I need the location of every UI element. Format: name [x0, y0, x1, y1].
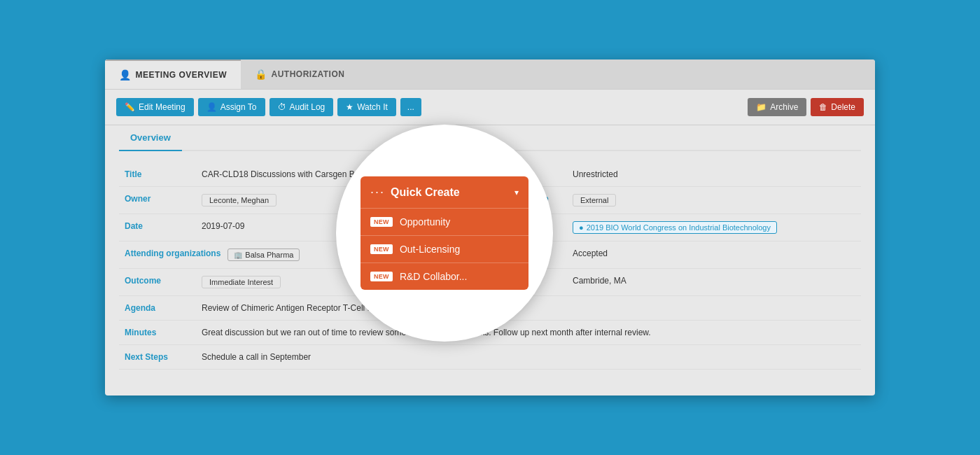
outcome-tag: Immediate Interest: [202, 276, 281, 288]
chevron-down-icon: ▾: [514, 188, 519, 197]
quick-create-popup: ··· Quick Create ▾ NEW Opportunity NEW O…: [360, 176, 528, 290]
audit-log-button[interactable]: ⏱ Audit Log: [270, 98, 334, 116]
trash-icon: 🗑: [819, 102, 827, 112]
conference-tag: ● 2019 BIO World Congress on Industrial …: [573, 221, 777, 234]
assign-to-button[interactable]: 👤 Assign To: [198, 98, 265, 116]
location-value: Cambride, MA: [573, 276, 626, 286]
title-label: Title: [125, 169, 195, 179]
tab-authorization[interactable]: 🔒 AUTHORIZATION: [241, 59, 358, 89]
title-value: CAR-CLD18 Discussions with Carsgen B...: [202, 169, 362, 179]
more-button[interactable]: ...: [400, 98, 421, 116]
attending-orgs-tag: 🏢 Balsa Pharma: [227, 248, 300, 261]
attending-orgs-label: Attending organizations: [125, 248, 220, 258]
new-badge-out-licensing: NEW: [370, 244, 393, 254]
star-icon: ★: [346, 102, 354, 112]
quick-create-item-opportunity[interactable]: NEW Opportunity: [360, 208, 528, 235]
tab-meeting-overview[interactable]: 👤 MEETING OVERVIEW: [105, 59, 241, 89]
archive-button[interactable]: 📁 Archive: [748, 98, 806, 116]
tab-overview[interactable]: Overview: [119, 125, 182, 151]
new-badge-opportunity: NEW: [370, 217, 393, 227]
agenda-label: Agenda: [125, 303, 195, 313]
meeting-type-tag: External: [573, 194, 616, 206]
next-steps-cell: Next Steps Schedule a call in September: [119, 345, 861, 369]
watch-it-button[interactable]: ★ Watch It: [337, 98, 396, 116]
clock-icon: ⏱: [278, 102, 286, 112]
status-value: Accepted: [573, 248, 608, 258]
outcome-label: Outcome: [125, 276, 195, 286]
user-icon: 👤: [206, 102, 217, 112]
toolbar-right: 📁 Archive 🗑 Delete: [748, 98, 864, 116]
dots-icon: ···: [370, 185, 385, 200]
meeting-icon: 👤: [119, 69, 132, 80]
date-label: Date: [125, 221, 195, 231]
toolbar: ✏️ Edit Meeting 👤 Assign To ⏱ Audit Log …: [105, 90, 875, 125]
edit-meeting-button[interactable]: ✏️ Edit Meeting: [116, 98, 194, 116]
conference-dot: ●: [579, 223, 584, 232]
location-cell: Location Cambride, MA: [490, 269, 861, 295]
org-icon: 🏢: [234, 251, 242, 259]
quick-create-item-out-licensing[interactable]: NEW Out-Licensing: [360, 235, 528, 262]
zoom-circle: ··· Quick Create ▾ NEW Opportunity NEW O…: [336, 125, 553, 342]
minutes-label: Minutes: [125, 328, 195, 337]
delete-button[interactable]: 🗑 Delete: [811, 98, 864, 116]
archive-icon: 📁: [756, 102, 766, 112]
tab-bar: 👤 MEETING OVERVIEW 🔒 AUTHORIZATION: [105, 59, 875, 90]
lock-icon: 🔒: [255, 69, 267, 80]
edit-icon: ✏️: [125, 102, 135, 112]
owner-label: Owner: [125, 194, 195, 204]
quick-create-header: ··· Quick Create ▾: [360, 176, 528, 208]
access-value: Unrestricted: [573, 169, 618, 179]
quick-create-area: Quick Create ▾: [426, 97, 519, 118]
date-value: 2019-07-09: [202, 221, 244, 231]
main-container: 👤 MEETING OVERVIEW 🔒 AUTHORIZATION ✏️ Ed…: [105, 59, 875, 396]
table-row: Next Steps Schedule a call in September: [119, 345, 861, 370]
new-badge-rd-collab: NEW: [370, 272, 393, 281]
next-steps-value: Schedule a call in September: [202, 352, 311, 362]
zoom-circle-content: ··· Quick Create ▾ NEW Opportunity NEW O…: [336, 125, 553, 342]
quick-create-title: Quick Create: [391, 186, 509, 199]
owner-tag: Leconte, Meghan: [202, 194, 276, 206]
access-cell: Access Unrestricted: [490, 162, 861, 186]
quick-create-item-rd-collab[interactable]: NEW R&D Collabor...: [360, 262, 528, 290]
next-steps-label: Next Steps: [125, 352, 195, 362]
